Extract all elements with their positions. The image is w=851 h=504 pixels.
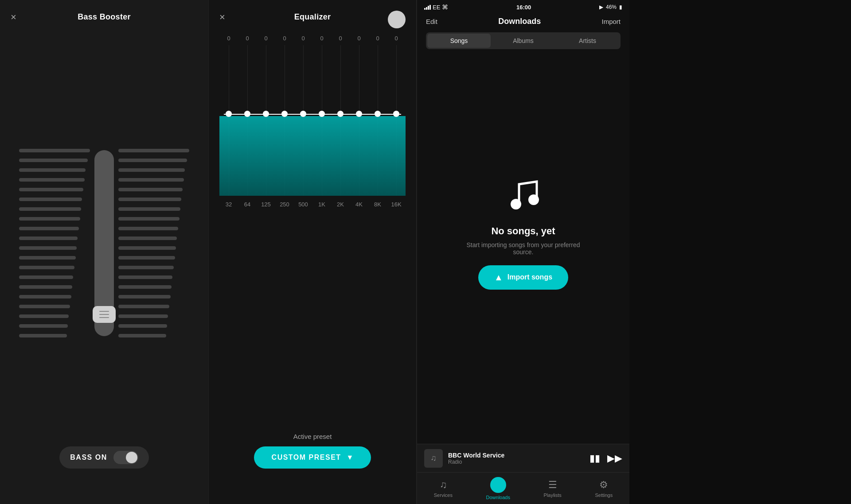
nav-label-settings: Settings	[595, 492, 613, 498]
bass-toggle-switch[interactable]	[113, 451, 138, 464]
nav-item-services[interactable]: ♫ Services	[427, 479, 460, 498]
signal-bar-1	[424, 8, 426, 10]
bass-line	[118, 305, 169, 308]
bass-line	[19, 207, 81, 211]
eq-band-value-7: 0	[351, 35, 367, 42]
bass-line	[118, 324, 167, 328]
nav-item-settings[interactable]: ⚙ Settings	[588, 479, 620, 498]
bass-line	[118, 275, 172, 279]
eq-dots-row	[219, 111, 406, 117]
location-icon: ▶	[599, 4, 603, 10]
tab-songs[interactable]: Songs	[427, 34, 491, 48]
equalizer-power-button[interactable]	[388, 11, 406, 28]
bass-line	[19, 285, 72, 289]
equalizer-panel: × Equalizer 0 0 0 0 0 0 0 0 0 0	[208, 0, 417, 504]
equalizer-chart-area: 0 0 0 0 0 0 0 0 0 0	[215, 35, 410, 433]
equalizer-graph	[219, 45, 406, 196]
signal-bar-3	[428, 6, 429, 10]
bass-line	[19, 168, 86, 172]
import-songs-button[interactable]: ▲ Import songs	[478, 265, 568, 290]
upload-cloud-icon: ▲	[494, 272, 503, 283]
import-header-button[interactable]: Import	[601, 18, 621, 25]
bass-line	[19, 188, 83, 191]
eq-band-dot-0[interactable]	[226, 111, 232, 117]
tab-artists[interactable]: Artists	[556, 34, 619, 48]
bass-line	[118, 198, 181, 201]
bass-toggle-row: BASS ON	[59, 446, 148, 469]
eq-band-value-5: 0	[313, 35, 330, 42]
nav-label-downloads: Downloads	[486, 495, 510, 500]
downloads-icon: ↓	[490, 477, 506, 493]
eq-freq-6: 2K	[332, 201, 349, 208]
eq-band-dot-5[interactable]	[319, 111, 325, 117]
eq-band-dot-8[interactable]	[375, 111, 381, 117]
equalizer-header: × Equalizer	[209, 0, 416, 31]
bass-line	[118, 295, 171, 299]
now-playing-bar: ♫ BBC World Service Radio ▮▮ ▶▶	[417, 444, 629, 472]
bass-line	[118, 227, 178, 230]
eq-freq-1: 64	[239, 201, 256, 208]
now-playing-artwork: ♫	[424, 449, 443, 468]
bass-line	[118, 159, 187, 162]
music-icon: ♫	[430, 454, 437, 463]
eq-preset-section: Active preset CUSTOM PRESET ▼	[254, 433, 371, 469]
svg-point-1	[528, 194, 539, 205]
equalizer-title: Equalizer	[294, 12, 331, 22]
downloads-panel: EE ⌘ 16:00 ▶ 46% ▮ Edit Downloads Import…	[417, 0, 629, 504]
now-playing-title: BBC World Service	[448, 452, 584, 459]
downloads-tabs: Songs Albums Artists	[426, 32, 621, 49]
eq-freq-7: 4K	[351, 201, 367, 208]
bass-line	[19, 236, 78, 240]
downloads-header: Edit Downloads Import	[417, 12, 629, 32]
downloads-title: Downloads	[498, 17, 541, 26]
bass-line	[118, 334, 166, 337]
eq-freq-4: 500	[295, 201, 312, 208]
nav-item-playlists[interactable]: ☰ Playlists	[537, 479, 569, 498]
eq-freq-0: 32	[220, 201, 237, 208]
eq-band-dot-3[interactable]	[281, 111, 288, 117]
bass-slider-thumb[interactable]	[93, 306, 116, 323]
bottom-navigation: ♫ Services ↓ Downloads ☰ Playlists ⚙ Set…	[417, 472, 629, 504]
nav-item-downloads[interactable]: ↓ Downloads	[479, 477, 517, 500]
bass-line	[118, 314, 168, 318]
bass-line	[118, 256, 175, 260]
bass-slider-track[interactable]	[94, 150, 114, 336]
bass-line	[19, 198, 82, 201]
pause-button[interactable]: ▮▮	[589, 453, 600, 464]
eq-band-dot-9[interactable]	[393, 111, 399, 117]
bass-line	[118, 217, 180, 221]
svg-point-0	[511, 199, 521, 209]
bass-line	[19, 324, 68, 328]
eq-band-value-4: 0	[295, 35, 312, 42]
thumb-line	[99, 317, 109, 318]
services-icon: ♫	[440, 479, 447, 491]
bass-line	[19, 256, 76, 260]
edit-button[interactable]: Edit	[426, 18, 437, 25]
bass-slider-container	[19, 39, 189, 446]
eq-freq-2: 125	[258, 201, 274, 208]
eq-band-dot-7[interactable]	[356, 111, 362, 117]
phone-status-bar: EE ⌘ 16:00 ▶ 46% ▮	[417, 0, 629, 12]
bass-line	[118, 188, 183, 191]
thumb-line	[99, 314, 109, 315]
bass-line	[19, 334, 67, 337]
skip-next-button[interactable]: ▶▶	[607, 453, 622, 464]
eq-band-dot-6[interactable]	[337, 111, 344, 117]
eq-band-dot-2[interactable]	[263, 111, 269, 117]
signal-bars-icon	[424, 5, 431, 10]
eq-band-dot-1[interactable]	[244, 111, 250, 117]
now-playing-info: BBC World Service Radio	[448, 452, 584, 465]
battery-icon: ▮	[619, 4, 622, 10]
bass-line	[118, 207, 180, 211]
bass-booster-close-button[interactable]: ×	[11, 12, 16, 22]
tab-albums[interactable]: Albums	[492, 34, 555, 48]
bass-line	[118, 246, 176, 250]
equalizer-close-button[interactable]: ×	[219, 12, 225, 22]
now-playing-controls: ▮▮ ▶▶	[589, 453, 622, 464]
thumb-line	[99, 311, 109, 312]
eq-band-dot-4[interactable]	[300, 111, 306, 117]
bass-booster-panel: × Bass Booster	[0, 0, 208, 504]
eq-preset-button[interactable]: CUSTOM PRESET ▼	[254, 446, 371, 469]
eq-freq-3: 250	[276, 201, 293, 208]
wifi-icon: ⌘	[442, 4, 448, 11]
